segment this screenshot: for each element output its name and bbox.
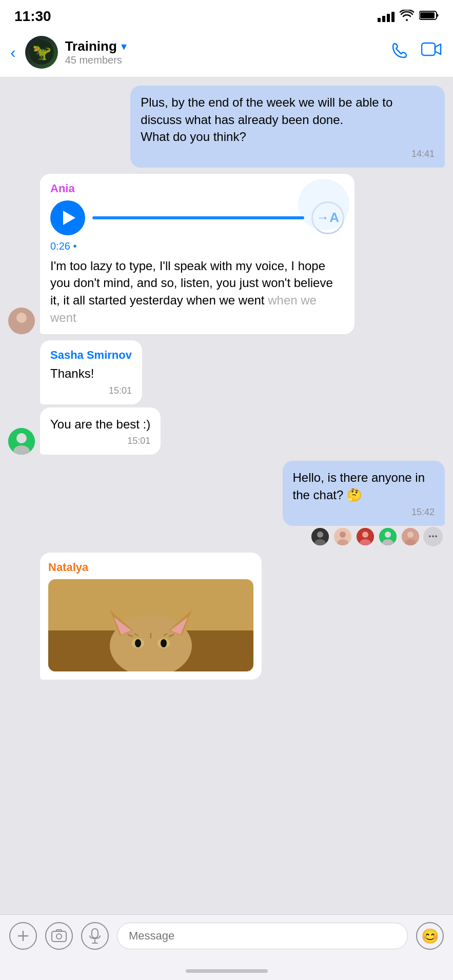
avatar-sasha — [8, 428, 35, 455]
message-ania-voice: Ania →A 0:26 • I'm too lazy to type, I'l… — [8, 174, 445, 334]
photo-button[interactable] — [45, 922, 73, 950]
message-text: Plus, by the end of the week we will be … — [141, 94, 435, 146]
svg-text:🦖: 🦖 — [32, 43, 51, 62]
cat-image[interactable] — [48, 579, 253, 671]
chat-area: Plus, by the end of the week we will be … — [0, 77, 453, 914]
bubble-out: Plus, by the end of the week we will be … — [130, 86, 445, 168]
back-button[interactable]: ‹ — [10, 44, 18, 60]
battery-icon — [419, 10, 439, 23]
bubble-out-2: Hello, is there anyone in the chat? 🤔 15… — [283, 461, 445, 525]
message-time: 14:41 — [141, 149, 435, 159]
play-triangle-icon — [63, 211, 75, 225]
seen-avatar-2 — [333, 527, 352, 546]
svg-rect-46 — [92, 929, 98, 938]
home-indicator — [0, 964, 453, 980]
play-button[interactable] — [50, 200, 85, 235]
sender-name-sasha: Sasha Smirnov — [50, 349, 132, 362]
message-outgoing-1: Plus, by the end of the week we will be … — [8, 86, 445, 168]
message-sasha-2: You are the best :) 15:01 — [8, 407, 445, 455]
bubble-in-natalya: Natalya — [40, 553, 262, 680]
svg-point-21 — [385, 532, 391, 538]
message-outgoing-2-group: Hello, is there anyone in the chat? 🤔 15… — [8, 461, 445, 546]
seen-avatar-4 — [378, 527, 398, 546]
sender-name-natalya: Natalya — [48, 561, 253, 574]
add-attachment-button[interactable] — [9, 922, 37, 950]
svg-point-24 — [407, 532, 413, 538]
svg-point-15 — [340, 532, 346, 538]
seen-more-button[interactable]: ··· — [423, 527, 443, 546]
status-icons — [378, 10, 439, 23]
group-members-count: 45 members — [65, 54, 383, 66]
home-bar — [186, 969, 268, 973]
signal-icon — [378, 11, 395, 22]
svg-rect-1 — [420, 12, 435, 18]
video-call-button[interactable] — [421, 40, 443, 65]
emoji-button[interactable]: 😊 — [416, 922, 444, 950]
message-time-sasha-1: 15:01 — [50, 385, 132, 396]
message-text-sasha-1: Thanks! — [50, 365, 132, 382]
group-avatar[interactable]: 🦖 — [25, 36, 58, 69]
header-actions — [390, 40, 443, 65]
svg-point-6 — [16, 313, 27, 323]
svg-point-18 — [362, 532, 368, 538]
message-sasha-group: Sasha Smirnov Thanks! 15:01 You are the … — [8, 340, 445, 455]
microphone-button[interactable] — [81, 922, 109, 950]
seen-avatar-5 — [401, 527, 420, 546]
voice-waveform — [92, 216, 304, 219]
chevron-down-icon[interactable]: ▾ — [121, 40, 127, 53]
seen-avatar-1 — [310, 527, 330, 546]
group-info: Training ▾ 45 members — [65, 38, 383, 66]
wifi-icon — [400, 10, 414, 23]
chat-header: ‹ 🦖 Training ▾ 45 members — [0, 31, 453, 77]
svg-point-9 — [16, 433, 27, 443]
status-bar: 11:30 — [0, 0, 453, 31]
seen-avatars: ··· — [310, 527, 445, 546]
voice-transcript: I'm too lazy to type, I'll speak with my… — [50, 257, 344, 326]
call-button[interactable] — [390, 40, 410, 65]
group-name[interactable]: Training — [65, 38, 117, 54]
message-text-2: Hello, is there anyone in the chat? 🤔 — [293, 469, 435, 503]
bubble-in-sasha-2: You are the best :) 15:01 — [40, 407, 161, 455]
svg-point-35 — [135, 639, 141, 647]
svg-rect-4 — [422, 43, 435, 55]
bubble-in-sasha-1: Sasha Smirnov Thanks! 15:01 — [40, 340, 142, 404]
message-outgoing-2: Hello, is there anyone in the chat? 🤔 15… — [219, 461, 445, 525]
voice-duration: 0:26 • — [50, 240, 344, 252]
message-text-sasha-2: You are the best :) — [50, 416, 150, 433]
svg-point-12 — [317, 532, 323, 538]
svg-rect-44 — [52, 931, 66, 942]
avatar-ania — [8, 308, 35, 334]
message-input[interactable] — [117, 923, 408, 949]
svg-point-36 — [161, 639, 167, 647]
message-time-2: 15:42 — [293, 507, 435, 518]
input-bar: 😊 — [0, 914, 453, 964]
status-time: 11:30 — [14, 8, 51, 25]
svg-point-45 — [56, 934, 62, 939]
message-natalya-image: Natalya — [8, 553, 445, 680]
bubble-in-ania: Ania →A 0:26 • I'm too lazy to type, I'l… — [40, 174, 354, 334]
seen-avatar-3 — [356, 527, 375, 546]
message-time-sasha-2: 15:01 — [50, 436, 150, 446]
message-sasha-1: Sasha Smirnov Thanks! 15:01 — [8, 340, 445, 404]
